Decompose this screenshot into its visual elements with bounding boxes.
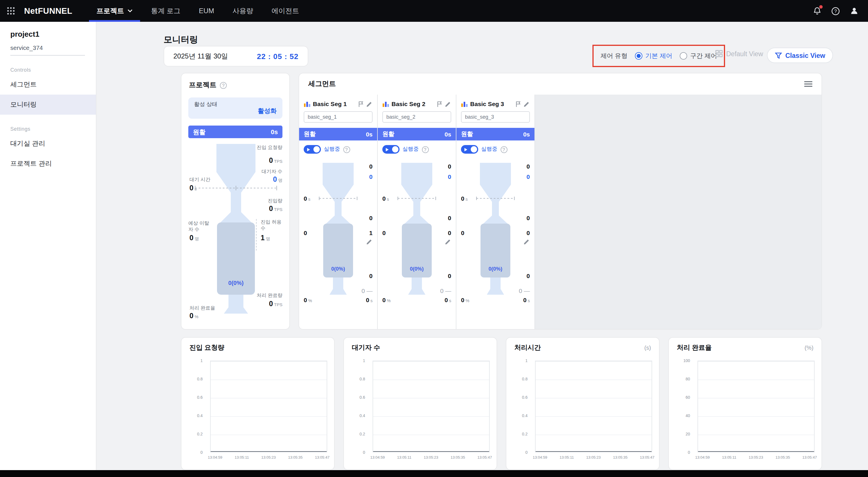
metric-value: 0TPS: [269, 300, 282, 308]
flag-icon[interactable]: [358, 101, 364, 107]
navbar-right: ?: [813, 6, 868, 15]
segment-key-input[interactable]: basic_seg_1: [304, 111, 373, 123]
waiting-users-value: 0: [526, 173, 530, 180]
annotation-highlight: 제어 유형 기본 제어구간 제어: [592, 45, 725, 67]
metric-label: 진입 요청량: [256, 144, 282, 150]
segment-run-toggle[interactable]: [461, 145, 478, 154]
menu-hamburger-icon[interactable]: [804, 81, 812, 87]
bar-chart-icon: [382, 100, 389, 107]
segment-run-toggle[interactable]: [382, 145, 400, 154]
help-icon[interactable]: ?: [343, 146, 350, 153]
blocked-value: 0 —: [440, 287, 451, 294]
segment-name: Basic Seg 3: [470, 100, 513, 107]
metric-label: 처리 완료율: [189, 305, 215, 311]
nav-item-3[interactable]: 사용량: [223, 0, 262, 22]
flag-icon[interactable]: [436, 101, 443, 107]
processed-time-value: 0s: [366, 297, 373, 303]
segment-key-input[interactable]: basic_seg_2: [382, 111, 451, 123]
project-funnel: 진입 요청량 0TPS 대기자 수 0명 대기 시간 0s 진입량 0TPS 예…: [188, 142, 282, 320]
chart-y-axis: 100806040200: [669, 361, 694, 452]
apps-grid-icon[interactable]: [0, 7, 22, 15]
help-icon[interactable]: ?: [831, 7, 840, 15]
chart-series-zero-line: [698, 451, 814, 452]
status-value: 활성화: [258, 107, 277, 115]
waiting-users-value: 0: [369, 173, 373, 180]
bar-chart-icon: [304, 100, 311, 107]
project-name: project1: [0, 22, 96, 38]
metric-value: 0s: [189, 184, 197, 192]
chart-series-zero-line: [211, 451, 327, 452]
active-status-box: 활성 상태 활성화: [188, 98, 282, 119]
metric-value: 0명: [189, 234, 199, 242]
segment-funnel-graphic: [397, 162, 437, 304]
current-time: 22 : 05 : 52: [257, 52, 299, 61]
chart-title: 진입 요청량: [189, 343, 224, 352]
waiting-time-value: 0s: [382, 195, 389, 202]
segment-funnel-graphic: [318, 162, 358, 304]
project-panel-title: 프로젝트: [189, 80, 216, 90]
edit-icon[interactable]: [524, 238, 530, 245]
metric-label: 진입 허용 수: [260, 219, 282, 231]
sidebar-item[interactable]: 프로젝트 관리: [0, 154, 96, 174]
sidebar-item[interactable]: 모니터링: [0, 95, 96, 115]
edit-icon[interactable]: [445, 101, 451, 107]
segment-running-label: 실행중: [402, 146, 419, 153]
page-title: 모니터링: [164, 34, 198, 45]
nav-item-4[interactable]: 에이전트: [262, 0, 308, 22]
edit-icon[interactable]: [366, 101, 373, 107]
brand-logo: NetFUNNEL: [24, 6, 72, 15]
sidebar-item[interactable]: 세그먼트: [0, 74, 96, 95]
segment-run-toggle[interactable]: [304, 145, 321, 154]
chart-card-0: 진입 요청량10.80.60.40.2013:04:5913:05:1113:0…: [181, 337, 335, 470]
chart-unit: (s): [644, 345, 651, 351]
edit-icon[interactable]: [366, 238, 373, 245]
sidebar-item[interactable]: 대기실 관리: [0, 134, 96, 154]
flag-icon[interactable]: [515, 101, 521, 107]
completion-rate-value: 0%: [461, 297, 469, 303]
segment-state-bar: 원활0s: [378, 128, 456, 140]
help-icon[interactable]: ?: [220, 82, 227, 89]
chart-x-axis: 13:04:5913:05:1113:05:2313:05:3513:05:47: [208, 455, 330, 459]
control-type-label: 제어 유형: [600, 52, 627, 60]
waiting-users-value: 0: [448, 173, 451, 180]
expected-leavers-value: 0: [382, 229, 386, 236]
chart-card-3: 처리 완료율(%)10080604020013:04:5913:05:1113:…: [668, 337, 822, 470]
nav-item-1[interactable]: 통계 로그: [142, 0, 190, 22]
segment-key-input[interactable]: basic_seg_3: [461, 111, 530, 123]
funnel-filter-icon: [775, 52, 782, 59]
metric-label: 대기자 수: [248, 169, 282, 175]
inflow-request-value: 0: [369, 163, 373, 170]
nav-item-2[interactable]: EUM: [190, 0, 223, 22]
funnel-count: 0(0%): [318, 266, 358, 272]
help-icon[interactable]: ?: [422, 146, 429, 153]
chart-title: 처리 완료율: [677, 343, 712, 352]
entry-allowed-value: 1: [369, 229, 373, 236]
segment-panel-title: 세그먼트: [308, 79, 336, 89]
service-select[interactable]: service_374: [10, 44, 85, 56]
expected-leavers-value: 0: [304, 229, 307, 236]
account-icon[interactable]: [849, 6, 859, 15]
metric-label: 예상 이탈자 수: [188, 220, 214, 232]
chart-title: 처리시간: [515, 343, 541, 352]
segment-column-1: Basic Seg 2basic_seg_2원활0s실행중?000s0000(0…: [378, 95, 456, 329]
bar-chart-icon: [461, 100, 468, 107]
funnel-count: 0(0%): [397, 266, 437, 272]
segment-running-label: 실행중: [324, 146, 340, 153]
control-type-radio-0[interactable]: 기본 제어: [635, 52, 672, 60]
notification-bell-icon[interactable]: [813, 6, 822, 15]
control-type-radio-1[interactable]: 구간 제어: [680, 52, 717, 60]
blocked-value: 0 —: [361, 287, 373, 294]
default-view-button[interactable]: Default View: [715, 50, 763, 57]
metric-value: 0TPS: [269, 157, 282, 165]
edit-icon[interactable]: [524, 101, 530, 107]
nav-item-0[interactable]: 프로젝트: [87, 0, 142, 22]
segment-name: Basic Seg 1: [313, 100, 355, 107]
entry-allowed-value: 0: [526, 229, 530, 236]
help-icon[interactable]: ?: [500, 146, 507, 153]
processed-value: 0: [526, 272, 530, 279]
grid-view-icon: [715, 50, 723, 57]
edit-icon[interactable]: [445, 238, 451, 245]
classic-view-button[interactable]: Classic View: [767, 47, 833, 63]
current-date: 2025년 11월 30일: [174, 51, 228, 61]
svg-text:?: ?: [834, 8, 837, 13]
